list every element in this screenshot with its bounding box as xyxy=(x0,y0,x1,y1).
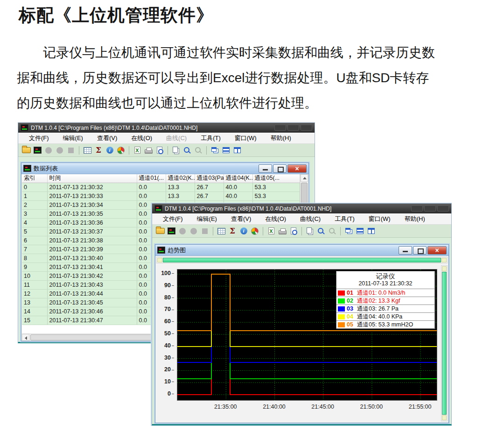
tile-vertical-glyph xyxy=(368,228,375,234)
table-row[interactable]: 12011-07-13 21:30:330.013.326.740.053.3 xyxy=(22,191,300,200)
tile-vertical-icon[interactable] xyxy=(232,145,242,156)
scrollbar-thumb[interactable] xyxy=(442,272,447,415)
menu-item-w[interactable]: 窗口(W) xyxy=(228,133,264,143)
stop-glyph xyxy=(68,148,74,153)
minimize-button[interactable] xyxy=(399,246,412,255)
scroll-down-icon[interactable] xyxy=(442,415,447,420)
open-file-glyph xyxy=(22,147,31,153)
cascade-windows-icon[interactable] xyxy=(210,145,220,156)
menu-item-o[interactable]: 在线(O) xyxy=(258,213,293,224)
open-file-icon[interactable] xyxy=(21,145,31,156)
zoom-in-icon[interactable] xyxy=(182,145,192,156)
scroll-up-icon[interactable] xyxy=(442,266,447,271)
copy-icon[interactable] xyxy=(305,226,315,236)
cascade-windows-icon[interactable] xyxy=(343,226,354,236)
scroll-left-icon[interactable] xyxy=(157,258,162,262)
datalist-titlebar[interactable]: 数据列表 xyxy=(21,163,308,174)
close-button[interactable] xyxy=(427,246,447,255)
menu-item-t[interactable]: 工具(T) xyxy=(194,133,228,143)
window-titlebar[interactable]: DTM 1.0.4 [C:\Program Files (x86)\DTM 1.… xyxy=(152,204,451,213)
scroll-up-icon[interactable] xyxy=(301,174,308,182)
stop-glyph xyxy=(202,228,208,234)
y-tick-label: 10 xyxy=(157,378,174,385)
maximize-button[interactable] xyxy=(424,205,436,212)
tile-vertical-glyph xyxy=(234,147,241,153)
sum-icon[interactable]: Σ xyxy=(227,226,238,236)
stop-icon[interactable] xyxy=(66,145,76,156)
record-b-icon[interactable] xyxy=(189,226,199,236)
print-preview-icon[interactable] xyxy=(288,226,299,236)
tile-vertical-icon[interactable] xyxy=(366,226,376,236)
menu-item-o[interactable]: 在线(O) xyxy=(124,133,159,143)
menu-item-v[interactable]: 查看(V) xyxy=(224,213,258,224)
cell: 2011-07-13 21:30:33 xyxy=(47,191,137,200)
window-titlebar[interactable]: DTM 1.0.4 [C:\Program Files (x86)\DTM 1.… xyxy=(18,123,315,133)
pie-chart-icon[interactable] xyxy=(250,226,260,236)
print-icon[interactable] xyxy=(277,226,287,236)
menu-item-f[interactable]: 文件(F) xyxy=(156,213,190,224)
pie-chart-icon[interactable] xyxy=(116,145,126,156)
chart-horizontal-scrollbar[interactable] xyxy=(156,257,448,263)
chart-vertical-scrollbar[interactable] xyxy=(441,265,448,421)
menu-item-v[interactable]: 查看(V) xyxy=(90,133,124,143)
menu-item-w[interactable]: 窗口(W) xyxy=(362,213,398,224)
tile-horizontal-icon[interactable] xyxy=(221,145,231,156)
record-b-icon[interactable] xyxy=(55,145,65,156)
zoom-in-icon[interactable] xyxy=(316,226,326,236)
zoom-out-icon[interactable] xyxy=(327,226,337,236)
close-button[interactable] xyxy=(301,125,312,131)
column-header-0: 索引 xyxy=(22,174,47,183)
close-button[interactable] xyxy=(287,164,307,173)
x-tick-label: 21:35:00 xyxy=(207,404,244,410)
menu-item-t[interactable]: 工具(T) xyxy=(328,213,362,224)
menu-item-e[interactable]: 编辑(E) xyxy=(56,133,90,143)
print-icon[interactable] xyxy=(143,145,154,156)
data-table-icon[interactable] xyxy=(82,145,92,156)
data-table-icon[interactable] xyxy=(216,226,226,236)
record-a-icon[interactable] xyxy=(177,226,188,236)
minimize-button[interactable] xyxy=(259,164,272,173)
cell: 26.7 xyxy=(195,183,224,191)
export-excel-icon[interactable]: X xyxy=(132,145,142,156)
info-icon[interactable]: i xyxy=(238,226,249,236)
open-file-icon[interactable] xyxy=(155,226,165,236)
menu-item-h[interactable]: 帮助(H) xyxy=(264,133,298,143)
app-logo-icon xyxy=(154,205,162,212)
copy-icon[interactable] xyxy=(171,145,181,156)
minimize-button[interactable] xyxy=(274,125,286,131)
menu-item-e[interactable]: 编辑(E) xyxy=(190,213,224,224)
zoom-out-glyph xyxy=(329,227,336,235)
close-button[interactable] xyxy=(437,205,449,212)
restore-button[interactable] xyxy=(413,246,427,255)
cell: 2 xyxy=(22,200,47,209)
menu-item-c[interactable]: 曲线(C) xyxy=(293,213,328,224)
restore-button[interactable] xyxy=(273,164,287,173)
cell: 0 xyxy=(22,183,47,191)
record-a-icon[interactable] xyxy=(43,145,54,156)
legend-title: 记录仪 xyxy=(336,271,434,280)
scroll-left-icon[interactable] xyxy=(22,334,29,341)
cell: 2011-07-13 21:30:43 xyxy=(47,280,137,289)
dtm-logo-icon[interactable] xyxy=(166,226,176,236)
print-preview-icon[interactable] xyxy=(154,145,165,156)
trend-titlebar[interactable]: 趋势图 xyxy=(155,245,448,256)
menu-item-c[interactable]: 曲线(C) xyxy=(159,133,194,143)
dtm-logo-icon[interactable] xyxy=(32,145,42,156)
table-row[interactable]: 02011-07-13 21:30:320.013.326.740.053.3 xyxy=(22,183,300,191)
maximize-button[interactable] xyxy=(287,125,299,131)
menu-item-h[interactable]: 帮助(H) xyxy=(398,213,432,224)
trend-title: 趋势图 xyxy=(168,246,398,255)
scroll-right-icon[interactable] xyxy=(441,258,447,262)
scrollbar-thumb[interactable] xyxy=(163,258,441,262)
menu-item-f[interactable]: 文件(F) xyxy=(22,133,56,143)
sum-icon[interactable]: Σ xyxy=(93,145,104,156)
zoom-in-glyph xyxy=(317,227,325,235)
stop-icon[interactable] xyxy=(200,226,210,236)
column-header-4: 通道03(Pa) xyxy=(195,174,224,183)
minimize-button[interactable] xyxy=(411,205,423,212)
export-excel-icon[interactable]: X xyxy=(266,226,276,236)
zoom-out-icon[interactable] xyxy=(193,145,203,156)
info-icon[interactable]: i xyxy=(105,145,115,156)
tile-horizontal-icon[interactable] xyxy=(355,226,365,236)
cell: 8 xyxy=(22,254,47,262)
